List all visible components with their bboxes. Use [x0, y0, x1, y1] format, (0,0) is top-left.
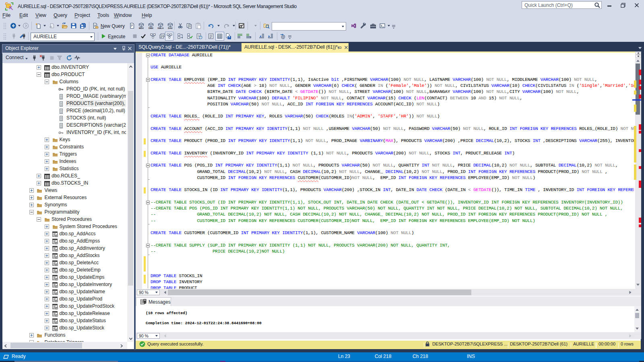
svg-text:XMLA: XMLA — [157, 27, 163, 29]
svg-text:DMX: DMX — [149, 27, 153, 29]
svg-text:MDX: MDX — [139, 27, 144, 29]
svg-text:DAX: DAX — [168, 27, 173, 29]
